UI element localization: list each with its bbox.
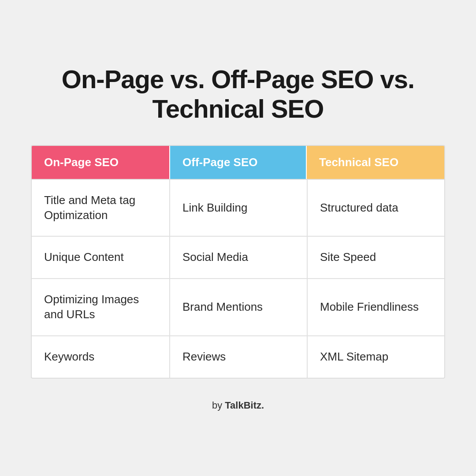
- cell-technical-3: Mobile Friendliness: [307, 279, 444, 335]
- cell-onpage-1: Title and Meta tag Optimization: [32, 180, 169, 236]
- header-onpage: On-Page SEO: [32, 146, 169, 179]
- cell-offpage-1: Link Building: [169, 180, 307, 236]
- footer-by: by: [212, 400, 225, 411]
- cell-technical-4: XML Sitemap: [307, 336, 444, 378]
- page-container: On-Page vs. Off-Page SEO vs. Technical S…: [31, 65, 445, 411]
- table-body: Title and Meta tag Optimization Link Bui…: [32, 179, 444, 378]
- table-row: Unique Content Social Media Site Speed: [32, 236, 444, 278]
- cell-technical-2: Site Speed: [307, 237, 444, 278]
- cell-onpage-3: Optimizing Images and URLs: [32, 279, 169, 335]
- comparison-table: On-Page SEO Off-Page SEO Technical SEO T…: [31, 145, 445, 379]
- page-title: On-Page vs. Off-Page SEO vs. Technical S…: [31, 65, 445, 123]
- header-offpage: Off-Page SEO: [169, 146, 307, 179]
- table-row: Optimizing Images and URLs Brand Mention…: [32, 278, 444, 335]
- cell-onpage-4: Keywords: [32, 336, 169, 378]
- footer-brand: TalkBitz.: [225, 400, 264, 411]
- cell-onpage-2: Unique Content: [32, 237, 169, 278]
- cell-offpage-2: Social Media: [169, 237, 307, 278]
- cell-offpage-4: Reviews: [169, 336, 307, 378]
- header-technical: Technical SEO: [307, 146, 444, 179]
- cell-technical-1: Structured data: [307, 180, 444, 236]
- table-row: Keywords Reviews XML Sitemap: [32, 335, 444, 378]
- table-header: On-Page SEO Off-Page SEO Technical SEO: [32, 146, 444, 179]
- cell-offpage-3: Brand Mentions: [169, 279, 307, 335]
- table-row: Title and Meta tag Optimization Link Bui…: [32, 179, 444, 236]
- footer: by TalkBitz.: [212, 400, 264, 411]
